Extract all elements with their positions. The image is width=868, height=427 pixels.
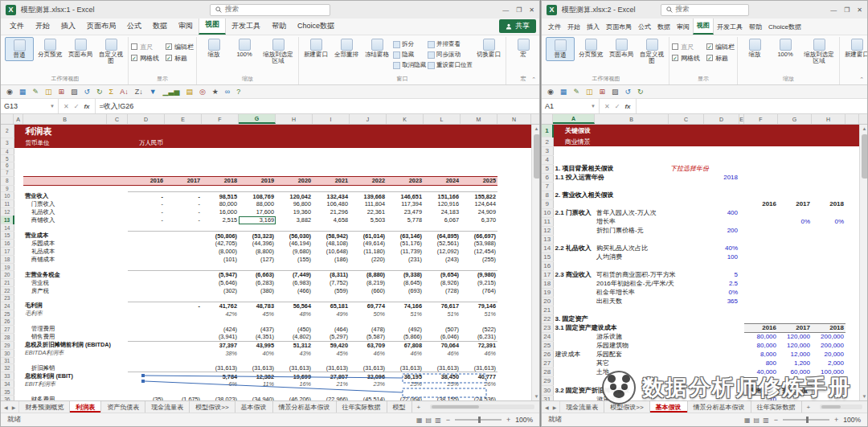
menu-tab-审阅[interactable]: 审阅 [674, 20, 693, 35]
ribbon-button-页面布局[interactable]: 页面布局 [66, 37, 95, 60]
cell[interactable]: (12,092) [424, 248, 461, 256]
name-box-dropdown-icon[interactable]: ▼ [50, 104, 55, 109]
assumption-value[interactable] [744, 173, 778, 182]
cell[interactable]: (45,514) [350, 396, 387, 400]
cell[interactable] [165, 248, 202, 256]
cell[interactable]: (31,613) [350, 364, 387, 372]
ribbon-button-重设窗口位置[interactable]: 重设窗口位置 [428, 60, 473, 70]
ribbon-button-100%[interactable]: 100% [771, 37, 800, 60]
row-header-7[interactable]: 7 [542, 182, 553, 191]
enter-icon[interactable]: ✓ [615, 103, 620, 110]
row-header-12[interactable]: 12 [1, 208, 14, 216]
cell[interactable]: (9,654) [424, 271, 461, 279]
qat-fill-icon[interactable]: ▨ [612, 88, 619, 96]
ribbon-button-分页预览[interactable]: 分页预览 [35, 37, 64, 60]
row-header-3[interactable]: 3 [1, 138, 14, 148]
row-header-1[interactable]: 1 [542, 125, 553, 137]
cell[interactable]: 117,394 [387, 200, 424, 208]
scroll-up-icon[interactable]: ▲ [862, 126, 867, 131]
close-icon[interactable]: ✕ [529, 6, 534, 14]
minimize-icon[interactable]: — [502, 6, 509, 14]
cell[interactable]: 43% [276, 349, 313, 357]
cell[interactable]: 124,644 [461, 200, 497, 208]
row-header-26[interactable]: 26 [1, 318, 14, 325]
cell[interactable]: 5,778 [387, 216, 424, 224]
cell[interactable]: 3,882 [276, 216, 313, 224]
cell[interactable] [128, 271, 165, 279]
ribbon-button-页面布局[interactable]: 页面布局 [607, 37, 636, 60]
row-header-12[interactable]: 12 [542, 226, 553, 235]
cell[interactable]: (424) [202, 325, 239, 333]
cell[interactable]: (243) [424, 256, 461, 264]
cell[interactable]: 72,391 [461, 341, 497, 349]
row-header-16[interactable]: 16 [1, 240, 14, 248]
cell[interactable]: (61,014) [350, 232, 387, 240]
cell[interactable]: (49,614) [350, 240, 387, 248]
row-header-31[interactable]: 31 [542, 395, 553, 400]
zoom-slider-thumb[interactable] [478, 417, 481, 423]
minimize-icon[interactable]: — [830, 6, 837, 14]
name-box[interactable]: A1 ▼ [542, 99, 600, 113]
ribbon-button-冻结窗格[interactable]: 冻结窗格 [362, 37, 391, 60]
assumption-value[interactable] [744, 297, 778, 306]
cell[interactable] [128, 256, 165, 264]
cell[interactable] [165, 271, 202, 279]
cell[interactable]: 11% [239, 380, 276, 388]
row-header-14[interactable]: 14 [542, 244, 553, 253]
cell[interactable]: 6,067 [424, 216, 461, 224]
cell[interactable]: (31,613) [202, 364, 239, 372]
cell[interactable]: (186) [313, 256, 350, 264]
column-header-C[interactable]: C [669, 114, 704, 124]
row-header-2[interactable]: 2 [542, 137, 553, 146]
row-header-32[interactable]: 32 [1, 364, 14, 372]
ribbon-check-标题[interactable]: ✓标题 [166, 53, 194, 63]
zoom-level[interactable]: 100% [843, 416, 861, 424]
zoom-slider-thumb[interactable] [806, 417, 809, 423]
spreadsheet-grid[interactable]: 1关键假设2商业情景3451. 项目背景相关假设下拉选择年份61.1 投入运营年… [542, 125, 859, 400]
cancel-icon[interactable]: ✕ [604, 103, 610, 110]
ribbon-button-拆分[interactable]: 拆分 [393, 39, 426, 49]
menu-tab-插入[interactable]: 插入 [55, 18, 81, 35]
cell[interactable]: - [165, 208, 202, 216]
ribbon-button-取消隐藏[interactable]: 取消隐藏 [393, 60, 426, 70]
sheet-tab-模型假设>>[interactable]: 模型假设>> [604, 401, 649, 413]
cell[interactable]: 38% [202, 349, 239, 357]
qat-merge-cells-icon[interactable]: ◫ [586, 88, 593, 96]
cell[interactable]: 139,668 [350, 192, 387, 200]
sheet-tab-现金流量表[interactable]: 现金流量表 [145, 401, 190, 413]
cell[interactable]: (101) [202, 256, 239, 264]
cell[interactable]: 49% [313, 310, 350, 318]
cell[interactable] [128, 372, 165, 380]
assumption-value[interactable]: 2018 [704, 173, 739, 182]
qat-help-icon[interactable]: ? [236, 88, 240, 96]
qat-pin-icon[interactable]: ◉ [547, 88, 554, 96]
cell[interactable]: (8,880) [350, 271, 387, 279]
qat-pin-icon[interactable]: ◉ [6, 88, 13, 96]
cell[interactable]: 27,807 [313, 372, 350, 380]
assumption-value[interactable] [778, 173, 812, 182]
cell[interactable]: (46,206) [276, 396, 313, 400]
cell[interactable]: (46,194) [276, 240, 313, 248]
cell[interactable] [165, 372, 202, 380]
cell[interactable]: 21,296 [313, 208, 350, 216]
ribbon-check-编辑栏[interactable]: ✓编辑栏 [706, 42, 735, 51]
cell[interactable]: (302) [202, 287, 239, 295]
qat-undo-icon[interactable]: ↺ [625, 88, 632, 96]
row-header-28[interactable]: 28 [542, 367, 553, 376]
row-header-11[interactable]: 11 [542, 217, 553, 226]
cell[interactable]: (11,739) [387, 248, 424, 256]
cell[interactable]: (38,023) [202, 396, 239, 400]
zoom-in-button[interactable]: + [834, 416, 838, 424]
cell[interactable]: - [165, 216, 202, 224]
cell[interactable]: (9,338) [387, 271, 424, 279]
qat-link-icon[interactable]: ∞ [225, 88, 230, 96]
cell[interactable]: 37,397 [202, 341, 239, 349]
row-header-17[interactable]: 17 [542, 270, 553, 279]
cell[interactable]: (52,561) [424, 240, 461, 248]
cell[interactable]: 46% [461, 349, 497, 357]
assumption-value[interactable]: 40% [704, 244, 739, 253]
menu-tab-Choice数据[interactable]: Choice数据 [292, 18, 340, 35]
cell[interactable]: 51% [461, 310, 497, 318]
row-header-4[interactable]: 4 [1, 148, 14, 155]
menu-tab-视图[interactable]: 视图 [693, 18, 714, 35]
